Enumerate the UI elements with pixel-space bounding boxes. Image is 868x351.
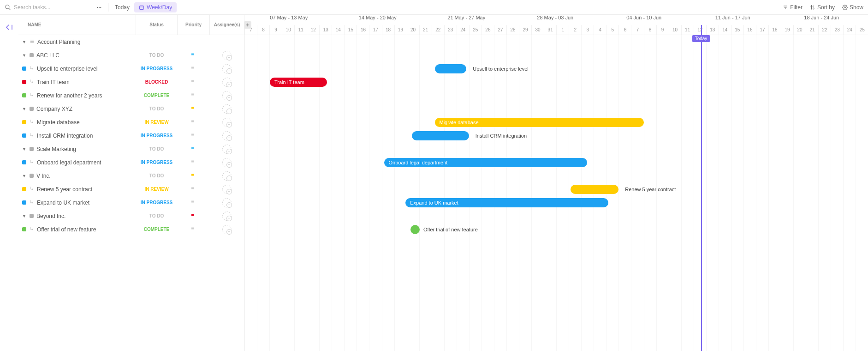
caret-icon[interactable]: ▼: [22, 53, 27, 58]
task-row[interactable]: Train IT team BLOCKED: [18, 75, 244, 89]
status-square[interactable]: [22, 200, 26, 205]
gantt-bar[interactable]: Expand to UK market: [405, 198, 608, 207]
status-cell[interactable]: TO DO: [136, 106, 177, 111]
assignee-placeholder[interactable]: [222, 212, 232, 221]
status-square[interactable]: [22, 93, 26, 97]
assignee-placeholder[interactable]: [222, 145, 232, 154]
assignee-placeholder[interactable]: [222, 171, 232, 181]
assignee-placeholder[interactable]: [222, 158, 232, 167]
status-cell[interactable]: IN REVIEW: [136, 120, 177, 125]
assignee-placeholder[interactable]: [222, 51, 232, 60]
more-menu-button[interactable]: ···: [97, 4, 101, 11]
status-square[interactable]: [22, 67, 26, 71]
status-cell[interactable]: TO DO: [136, 213, 177, 218]
status-square[interactable]: [30, 174, 34, 178]
sortby-button[interactable]: Sort by: [810, 4, 835, 11]
task-row[interactable]: Install CRM integration IN PROGRESS: [18, 129, 244, 142]
task-row[interactable]: Onboard legal department IN PROGRESS: [18, 156, 244, 169]
task-row[interactable]: Migrate database IN REVIEW: [18, 115, 244, 129]
search-input[interactable]: [14, 4, 69, 11]
add-column-button[interactable]: [244, 21, 251, 29]
assignee-placeholder[interactable]: [222, 91, 232, 100]
status-cell[interactable]: IN PROGRESS: [136, 200, 177, 205]
status-square[interactable]: [22, 227, 26, 231]
weekday-button[interactable]: Week/Day: [134, 2, 177, 12]
status-square[interactable]: [30, 147, 34, 151]
caret-icon[interactable]: ▼: [22, 214, 27, 218]
gantt-bar[interactable]: [412, 131, 469, 140]
priority-cell[interactable]: [177, 160, 209, 165]
priority-cell[interactable]: [177, 173, 209, 179]
status-square[interactable]: [22, 120, 26, 124]
status-cell[interactable]: TO DO: [136, 173, 177, 178]
caret-icon[interactable]: ▼: [22, 174, 27, 178]
col-status[interactable]: Status: [136, 15, 177, 35]
priority-cell[interactable]: [177, 187, 209, 192]
group-row[interactable]: ▼ ABC LLC TO DO: [18, 48, 244, 62]
priority-cell[interactable]: [177, 200, 209, 206]
search[interactable]: [5, 4, 69, 11]
assignee-placeholder[interactable]: [222, 64, 232, 73]
col-priority[interactable]: Priority: [177, 15, 209, 35]
group-row[interactable]: ▼ Company XYZ TO DO: [18, 102, 244, 115]
priority-cell[interactable]: [177, 120, 209, 125]
status-cell[interactable]: COMPLETE: [136, 227, 177, 232]
status-cell[interactable]: TO DO: [136, 146, 177, 151]
priority-cell[interactable]: [177, 53, 209, 58]
gantt-bar[interactable]: [571, 185, 619, 194]
gantt-bar[interactable]: Migrate database: [435, 118, 644, 127]
status-square[interactable]: [30, 107, 34, 111]
assignee-placeholder[interactable]: [222, 185, 232, 194]
group-row[interactable]: ▼ V Inc. TO DO: [18, 169, 244, 182]
priority-cell[interactable]: [177, 227, 209, 232]
priority-cell[interactable]: [177, 79, 209, 85]
assignee-placeholder[interactable]: [222, 198, 232, 207]
expand-panel-button[interactable]: [0, 15, 18, 351]
status-cell[interactable]: TO DO: [136, 53, 177, 58]
gantt-body[interactable]: Today Upsell to enterprise levelTrain IT…: [244, 35, 868, 351]
caret-icon[interactable]: ▼: [22, 147, 27, 151]
group-row[interactable]: ▼ Beyond Inc. TO DO: [18, 209, 244, 223]
assignee-placeholder[interactable]: [222, 104, 232, 114]
col-assignee[interactable]: Assignee(s): [209, 15, 244, 35]
task-row[interactable]: Upsell to enterprise level IN PROGRESS: [18, 62, 244, 75]
priority-cell[interactable]: [177, 213, 209, 219]
status-square[interactable]: [22, 133, 26, 138]
col-name[interactable]: NAME: [18, 22, 136, 27]
caret-icon[interactable]: ▼: [22, 40, 27, 44]
status-square[interactable]: [30, 214, 34, 218]
assignee-placeholder[interactable]: [222, 118, 232, 127]
status-cell[interactable]: IN REVIEW: [136, 187, 177, 192]
assignee-placeholder[interactable]: [222, 131, 232, 140]
caret-icon[interactable]: ▼: [22, 107, 27, 111]
show-button[interactable]: Show: [842, 4, 863, 11]
status-cell[interactable]: IN PROGRESS: [136, 66, 177, 71]
status-cell[interactable]: IN PROGRESS: [136, 133, 177, 138]
status-square[interactable]: [22, 80, 26, 84]
status-square[interactable]: [22, 160, 26, 164]
priority-cell[interactable]: [177, 106, 209, 112]
gantt-bar[interactable]: [435, 64, 467, 73]
today-button[interactable]: Today: [115, 4, 130, 11]
group-row[interactable]: ▼ Scale Marketing TO DO: [18, 142, 244, 156]
priority-cell[interactable]: [177, 146, 209, 152]
gantt-bar[interactable]: Train IT team: [270, 78, 327, 87]
priority-cell[interactable]: [177, 133, 209, 139]
status-cell[interactable]: COMPLETE: [136, 93, 177, 98]
status-square[interactable]: [30, 53, 34, 57]
list-root[interactable]: ▼ Account Planning: [18, 35, 244, 48]
status-cell[interactable]: BLOCKED: [136, 79, 177, 85]
status-square[interactable]: [22, 187, 26, 191]
task-row[interactable]: Renew 5 year contract IN REVIEW: [18, 182, 244, 196]
gantt-bar[interactable]: [410, 225, 420, 234]
priority-cell[interactable]: [177, 66, 209, 72]
priority-cell[interactable]: [177, 93, 209, 98]
status-cell[interactable]: IN PROGRESS: [136, 160, 177, 165]
assignee-placeholder[interactable]: [222, 78, 232, 87]
task-row[interactable]: Offer trial of new feature COMPLETE: [18, 223, 244, 236]
gantt-bar[interactable]: Onboard legal department: [384, 158, 587, 167]
filter-button[interactable]: Filter: [783, 4, 803, 11]
assignee-placeholder[interactable]: [222, 225, 232, 234]
task-row[interactable]: Renew for another 2 years COMPLETE: [18, 89, 244, 102]
task-row[interactable]: Expand to UK market IN PROGRESS: [18, 196, 244, 209]
